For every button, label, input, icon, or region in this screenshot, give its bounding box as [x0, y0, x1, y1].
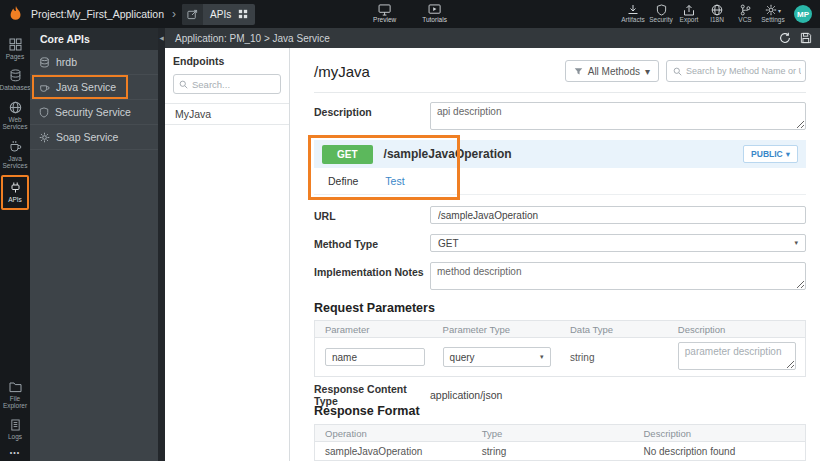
tutorials-button[interactable]: Tutorials — [422, 4, 447, 24]
table-row: query ▾ string — [315, 338, 805, 376]
api-description-textarea[interactable]: api description — [430, 102, 806, 130]
preview-button[interactable]: Preview — [373, 4, 396, 24]
header-parameter-type: Parameter Type — [433, 324, 560, 335]
sidebar-web-services-label: Web Services — [0, 116, 30, 131]
refresh-icon[interactable] — [779, 32, 791, 44]
pages-icon — [9, 38, 22, 51]
url-label: URL — [314, 206, 430, 222]
settings-button[interactable]: ▾ Settings — [760, 4, 786, 24]
all-methods-label: All Methods — [588, 66, 640, 77]
core-apis-title: Core APIs — [30, 28, 158, 50]
tab-apis-label: APIs — [210, 9, 231, 20]
operation-tabs: Define Test — [314, 168, 806, 195]
sidebar-item-logs[interactable]: Logs — [0, 415, 30, 445]
left-icon-sidebar: Pages Databases Web Services Java Servic… — [0, 28, 30, 461]
sidebar-item-java-services[interactable]: Java Services — [0, 136, 30, 175]
i18n-button[interactable]: I18N — [704, 4, 730, 24]
sidebar-logs-label: Logs — [8, 433, 22, 440]
parameter-type-value: query — [450, 352, 475, 363]
monitor-icon — [378, 4, 391, 16]
gear-icon — [765, 4, 777, 16]
method-search[interactable] — [666, 60, 806, 82]
sidebar-item-pages[interactable]: Pages — [0, 34, 30, 65]
core-item-hrdb-label: hrdb — [56, 56, 77, 68]
operation-path: /sampleJavaOperation — [384, 147, 512, 161]
tab-apis[interactable]: APIs — [182, 4, 255, 25]
more-options-ellipsis-icon[interactable]: ••• — [10, 445, 20, 459]
download-tray-icon — [627, 4, 639, 16]
globe-icon — [711, 4, 723, 16]
sidebar-item-file-explorer[interactable]: File Explorer — [0, 377, 30, 415]
preview-label: Preview — [373, 17, 396, 24]
visibility-label: PUBLIC — [751, 149, 783, 159]
sidebar-item-databases[interactable]: Databases — [0, 65, 30, 96]
core-item-java-service-label: Java Service — [56, 81, 116, 93]
shield-icon — [656, 4, 667, 16]
core-item-java-service[interactable]: Java Service — [30, 75, 158, 100]
description-cell: No description found — [633, 446, 805, 457]
header-divider — [314, 92, 806, 93]
tab-test[interactable]: Test — [385, 175, 404, 187]
header-parameter: Parameter — [315, 324, 433, 335]
caret-down-icon: ▾ — [794, 239, 798, 247]
user-avatar[interactable]: MP — [794, 5, 812, 23]
table-row: sampleJavaOperation string No descriptio… — [315, 442, 805, 460]
api-detail-main: /myJava All Methods ▾ — [290, 48, 820, 461]
sidebar-item-apis[interactable]: APIs — [1, 175, 29, 210]
chevron-right-icon: › — [172, 7, 176, 21]
data-type-value: string — [560, 352, 668, 363]
project-name[interactable]: Project:My_First_Application — [31, 8, 164, 20]
operation-header: GET /sampleJavaOperation PUBLIC ▾ — [314, 140, 806, 168]
branch-icon — [740, 4, 751, 16]
core-item-soap-service-label: Soap Service — [56, 131, 118, 143]
save-icon[interactable] — [800, 32, 812, 44]
api-plug-icon — [9, 181, 22, 194]
vcs-button[interactable]: VCS — [732, 4, 758, 24]
endpoints-title: Endpoints — [165, 55, 289, 74]
request-parameters-title: Request Parameters — [314, 301, 806, 315]
export-button[interactable]: Export — [676, 4, 702, 24]
breadcrumb: Application: PM_10 > Java Service — [175, 33, 330, 44]
all-methods-filter[interactable]: All Methods ▾ — [565, 60, 659, 82]
folder-icon — [9, 381, 22, 393]
tab-define[interactable]: Define — [328, 175, 358, 187]
sidebar-item-web-services[interactable]: Web Services — [0, 97, 30, 136]
endpoint-item-myjava[interactable]: MyJava — [165, 103, 289, 125]
panel-collapse-handle[interactable]: ◀ — [158, 28, 165, 461]
endpoints-search[interactable] — [173, 74, 281, 94]
implementation-notes-textarea[interactable]: method description — [430, 262, 806, 290]
method-type-label: Method Type — [314, 234, 430, 250]
parameter-description-textarea[interactable] — [678, 342, 796, 370]
method-search-input[interactable] — [686, 66, 801, 76]
sidebar-pages-label: Pages — [6, 53, 24, 60]
method-type-select[interactable]: GET ▾ — [430, 234, 806, 252]
endpoints-search-input[interactable] — [192, 79, 272, 90]
type-cell: string — [472, 446, 634, 457]
visibility-dropdown[interactable]: PUBLIC ▾ — [743, 145, 798, 163]
sidebar-bottom-group: File Explorer Logs ••• — [0, 377, 30, 461]
core-item-soap-service[interactable]: Soap Service — [30, 125, 158, 150]
response-format-title: Response Format — [314, 404, 806, 419]
topbar-tools: Artifacts Security Export I18N VCS — [620, 4, 820, 24]
settings-caret-icon: ▾ — [778, 7, 781, 14]
export-box-icon — [683, 4, 695, 16]
parameter-name-input[interactable] — [325, 348, 425, 366]
tutorials-board-icon — [428, 4, 441, 16]
parameter-type-select[interactable]: query ▾ — [443, 347, 551, 367]
url-input[interactable] — [430, 206, 806, 224]
core-item-security-service[interactable]: Security Service — [30, 100, 158, 125]
coffee-cup-icon — [39, 82, 50, 93]
app-logo-flame-icon[interactable] — [6, 4, 26, 24]
caret-down-icon: ▾ — [786, 149, 790, 159]
http-method-badge[interactable]: GET — [322, 145, 373, 164]
method-type-value: GET — [438, 238, 459, 249]
core-item-security-service-label: Security Service — [55, 106, 131, 118]
artifacts-button[interactable]: Artifacts — [620, 4, 646, 24]
header-description: Description — [633, 428, 805, 439]
header-data-type: Data Type — [560, 324, 668, 335]
search-icon — [673, 67, 682, 76]
grid-icon[interactable] — [238, 9, 248, 19]
artifacts-label: Artifacts — [621, 17, 644, 24]
core-item-hrdb[interactable]: hrdb — [30, 50, 158, 75]
security-button[interactable]: Security — [648, 4, 674, 24]
